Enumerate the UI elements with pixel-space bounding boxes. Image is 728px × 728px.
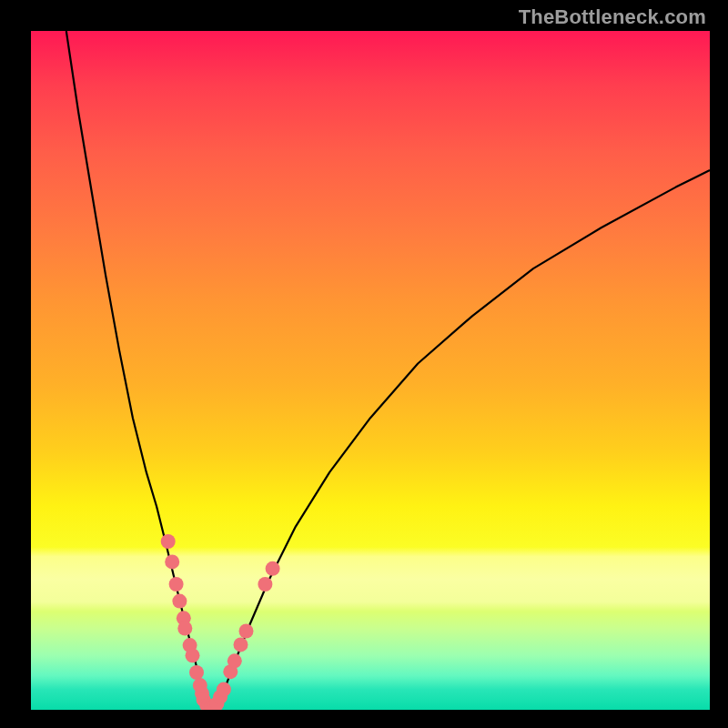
- data-point: [165, 554, 179, 569]
- plot-area: [31, 31, 710, 710]
- watermark-label: TheBottleneck.com: [519, 5, 706, 29]
- data-point: [217, 682, 231, 697]
- v-curve: [66, 31, 710, 706]
- data-point: [234, 637, 248, 652]
- data-point: [266, 561, 280, 576]
- data-point: [186, 648, 200, 662]
- data-point: [258, 577, 272, 592]
- data-point: [239, 624, 254, 639]
- chart-overlay: [31, 31, 710, 710]
- data-point: [172, 594, 187, 609]
- data-point: [177, 622, 192, 636]
- data-point: [161, 534, 176, 549]
- v-curve-path: [66, 31, 710, 706]
- data-point: [228, 653, 242, 668]
- data-point: [189, 665, 204, 680]
- chart-frame: TheBottleneck.com: [0, 0, 728, 728]
- data-point: [169, 577, 184, 592]
- scatter-points: [161, 534, 280, 710]
